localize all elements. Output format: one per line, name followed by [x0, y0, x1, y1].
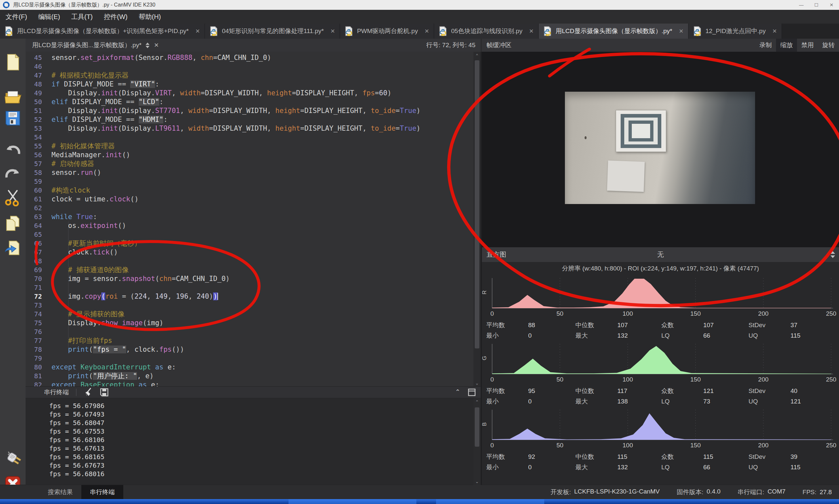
detach-terminal-icon[interactable] — [467, 388, 476, 397]
status-field-label: FPS: — [803, 489, 816, 496]
code-line[interactable]: 58sensor.run() — [25, 168, 481, 177]
histogram-mode-select[interactable]: 无 — [482, 250, 839, 259]
tab-close-icon[interactable]: ✕ — [679, 28, 683, 35]
terminal-scroll-handle[interactable] — [475, 408, 479, 447]
file-tab[interactable]: PWM驱动两台舵机.py✕ — [340, 23, 434, 39]
copy-button[interactable] — [4, 215, 22, 233]
code-line[interactable]: 68 — [25, 257, 481, 266]
code-line[interactable]: 51 Display.init(Display.ST7701, width=DI… — [25, 106, 481, 115]
connect-plug-button[interactable] — [4, 451, 22, 468]
terminal-line: fps = 56.67613 — [49, 444, 481, 453]
serial-terminal-panel[interactable]: 串行终端 ⌃ fps = 56.67986fps = 56.67493fps =… — [25, 386, 481, 485]
code-line[interactable]: 47# 根据模式初始化显示器 — [25, 71, 481, 80]
fb-禁用-button[interactable]: 禁用 — [797, 39, 818, 52]
code-line[interactable]: 62 — [25, 204, 481, 213]
editor-scrollbar[interactable]: ⌃ ⌄ — [474, 52, 481, 386]
code-line[interactable]: 64 os.exitpoint() — [25, 221, 481, 230]
code-line[interactable]: 82except BaseException as e: — [25, 380, 481, 386]
code-line[interactable]: 46 — [25, 62, 481, 71]
code-line[interactable]: 52elif DISPLAY_MODE == "HDMI": — [25, 115, 481, 124]
menu-item[interactable]: 控件(W) — [98, 10, 133, 23]
document-navigate-icon[interactable] — [145, 42, 150, 48]
tab-close-icon[interactable]: ✕ — [195, 28, 200, 35]
code-line[interactable]: 53 Display.init(Display.LT9611, width=DI… — [25, 124, 481, 133]
code-line[interactable]: 67 clock.tick() — [25, 248, 481, 257]
menu-item[interactable]: 工具(T) — [66, 10, 98, 23]
maximize-button[interactable]: ☐ — [809, 0, 824, 10]
bottom-tab-串行终端[interactable]: 串行终端 — [81, 485, 123, 500]
code-line[interactable]: 57# 启动传感器 — [25, 160, 481, 168]
cut-button[interactable] — [4, 188, 22, 206]
code-line[interactable]: 69 # 捕获通道0的图像 — [25, 266, 481, 274]
code-line[interactable]: 63while True: — [25, 213, 481, 221]
menu-item[interactable]: 文件(F) — [0, 10, 33, 23]
menu-item[interactable]: 编辑(E) — [33, 10, 66, 23]
code-line[interactable]: 70 img = sensor.snapshot(chn=CAM_CHN_ID_… — [25, 274, 481, 283]
code-line[interactable]: 50elif DISPLAY_MODE == "LCD": — [25, 97, 481, 106]
code-line[interactable]: 81 print("用户停止: ", e) — [25, 372, 481, 380]
code-line[interactable]: 66 #更新当前时间（毫秒） — [25, 239, 481, 248]
tab-close-icon[interactable]: ✕ — [529, 28, 533, 35]
code-line[interactable]: 48if DISPLAY_MODE == "VIRT": — [25, 80, 481, 89]
scroll-down-icon[interactable]: ⌄ — [474, 478, 481, 485]
file-tab[interactable]: 12_PID激光点回中.py✕ — [688, 23, 782, 39]
code-line[interactable]: 56MediaManager.init() — [25, 151, 481, 160]
code-line[interactable]: 54 — [25, 133, 481, 142]
new-file-button[interactable] — [4, 53, 22, 71]
code-line[interactable]: 75 Display.show_image(img) — [25, 319, 481, 327]
code-line[interactable]: 45sensor.set_pixformat(Sensor.RGB888, ch… — [25, 53, 481, 62]
fb-旋转-button[interactable]: 旋转 — [818, 39, 839, 52]
menu-item[interactable]: 帮助(H) — [133, 10, 167, 23]
terminal-scrollbar[interactable]: ⌃ ⌄ — [474, 398, 481, 485]
tab-close-icon[interactable]: ✕ — [330, 28, 335, 35]
redo-button[interactable] — [4, 164, 22, 182]
histogram-mode-spinner-icon[interactable] — [831, 251, 835, 258]
editor-scroll-handle[interactable] — [475, 60, 479, 348]
code-editor[interactable]: 45sensor.set_pixformat(Sensor.RGB888, ch… — [25, 52, 481, 386]
close-button[interactable]: ✕ — [824, 0, 839, 10]
file-tab[interactable]: 用LCD显示摄像头图像（显示帧数版）.py*✕ — [539, 23, 688, 39]
code-line[interactable]: 80except KeyboardInterrupt as e: — [25, 363, 481, 372]
open-folder-button[interactable] — [4, 88, 22, 105]
clear-terminal-icon[interactable] — [84, 388, 93, 397]
line-number: 56 — [25, 151, 46, 160]
line-number: 78 — [25, 345, 46, 354]
code-line[interactable]: 59 — [25, 177, 481, 186]
scroll-up-icon[interactable]: ⌃ — [474, 52, 481, 59]
code-line[interactable]: 71 — [25, 283, 481, 292]
paste-button[interactable] — [4, 240, 22, 257]
save-button[interactable] — [4, 109, 22, 127]
code-line[interactable]: 49 Display.init(Display.VIRT, width=DISP… — [25, 89, 481, 97]
bottom-tab-搜索结果[interactable]: 搜索结果 — [39, 485, 81, 500]
file-tab[interactable]: 04矩形识别与常见的图像处理111.py*✕ — [205, 23, 340, 39]
file-tab[interactable]: 05色块追踪与线段识别.py✕ — [434, 23, 539, 39]
python-file-icon — [693, 26, 702, 36]
undo-button[interactable] — [4, 141, 22, 159]
code-line[interactable]: 76 — [25, 327, 481, 336]
code-line[interactable]: 73 — [25, 301, 481, 310]
window-controls: —☐✕ — [794, 0, 839, 10]
code-line[interactable]: 61clock = utime.clock() — [25, 195, 481, 204]
channel-label: R — [481, 288, 488, 294]
editor-close-icon[interactable]: ✕ — [154, 41, 159, 49]
fb-录制-button[interactable]: 录制 — [755, 39, 776, 52]
fb-缩放-button[interactable]: 缩放 — [776, 39, 797, 52]
scroll-down-icon[interactable]: ⌄ — [474, 379, 481, 386]
code-line[interactable]: 78 print("fps = ", clock.fps()) — [25, 345, 481, 354]
histogram-bar: 直方图 无 — [482, 247, 839, 262]
tab-close-icon[interactable]: ✕ — [772, 28, 777, 35]
code-line[interactable]: 60#构造clock — [25, 186, 481, 195]
scroll-up-icon[interactable]: ⌃ — [474, 398, 481, 406]
collapse-terminal-icon[interactable]: ⌃ — [455, 388, 460, 396]
code-line[interactable]: 74 # 显示捕获的图像 — [25, 310, 481, 319]
code-line[interactable]: 72 img.copy(roi = (224, 149, 196, 240)) — [25, 292, 481, 301]
code-line[interactable]: 77 #打印当前fps — [25, 336, 481, 345]
code-line[interactable]: 55# 初始化媒体管理器 — [25, 142, 481, 151]
file-tab[interactable]: 用LCD显示摄像头图像（显示帧数版）+识别黑色矩形+PID.py*✕ — [0, 23, 205, 39]
axis-tick-label: 150 — [690, 442, 701, 449]
tab-close-icon[interactable]: ✕ — [425, 28, 429, 35]
save-log-icon[interactable] — [99, 388, 109, 397]
code-line[interactable]: 79 — [25, 354, 481, 363]
code-line[interactable]: 65 — [25, 230, 481, 239]
minimize-button[interactable]: — — [794, 0, 809, 10]
